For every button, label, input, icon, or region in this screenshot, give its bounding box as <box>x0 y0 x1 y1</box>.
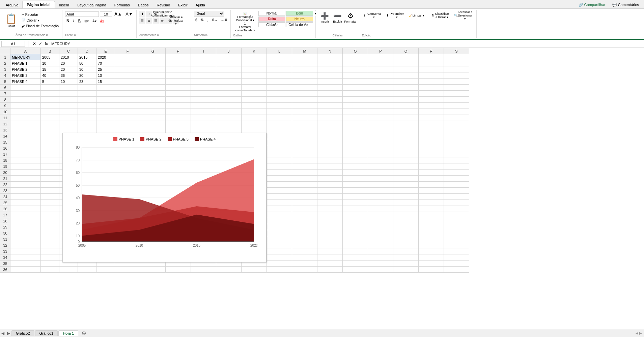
cell-O11[interactable] <box>343 115 368 121</box>
cell-F2[interactable] <box>115 60 140 66</box>
cell-L31[interactable] <box>267 236 292 242</box>
cell-E5[interactable]: 15 <box>96 79 115 85</box>
align-center-button[interactable]: ≡ <box>146 18 152 24</box>
cell-K9[interactable] <box>242 103 267 109</box>
cell-J2[interactable] <box>216 60 242 66</box>
cell-Q4[interactable] <box>393 72 419 79</box>
cell-C2[interactable]: 20 <box>59 60 78 66</box>
cell-J13[interactable] <box>216 127 242 133</box>
row-header-5[interactable]: 5 <box>0 79 10 85</box>
cell-A21[interactable] <box>10 176 41 182</box>
cell-L22[interactable] <box>267 182 292 188</box>
cell-J1[interactable] <box>216 54 242 60</box>
find-select-button[interactable]: 🔍 Localizar e Selecionar ▾ <box>452 11 474 20</box>
cell-M28[interactable] <box>292 218 317 224</box>
cell-B14[interactable] <box>41 133 59 139</box>
cell-J10[interactable] <box>216 109 242 115</box>
cell-M24[interactable] <box>292 194 317 200</box>
cell-F1[interactable] <box>115 54 140 60</box>
cell-R16[interactable] <box>419 145 444 151</box>
cell-K10[interactable] <box>242 109 267 115</box>
cell-L27[interactable] <box>267 212 292 218</box>
cell-P14[interactable] <box>368 133 393 139</box>
cell-P17[interactable] <box>368 151 393 157</box>
clear-button[interactable]: 🧹 Limpar ▾ <box>407 11 429 20</box>
scroll-left-icon[interactable]: ◀ <box>0 331 6 336</box>
row-header-14[interactable]: 14 <box>0 133 10 139</box>
cell-B21[interactable] <box>41 176 59 182</box>
cell-N10[interactable] <box>317 109 343 115</box>
scroll-right-icon[interactable]: ▶ <box>6 331 11 336</box>
cell-Q10[interactable] <box>393 109 419 115</box>
cell-P30[interactable] <box>368 230 393 236</box>
row-header-35[interactable]: 35 <box>0 261 10 267</box>
cell-D5[interactable]: 23 <box>78 79 96 85</box>
cell-F12[interactable] <box>115 121 140 127</box>
cell-L16[interactable] <box>267 145 292 151</box>
cell-Q11[interactable] <box>393 115 419 121</box>
tab-arquivo[interactable]: Arquivo <box>2 2 22 8</box>
cell-A33[interactable] <box>10 248 41 254</box>
cell-O6[interactable] <box>343 85 368 91</box>
cell-H3[interactable] <box>166 66 191 72</box>
cell-O7[interactable] <box>343 91 368 97</box>
cell-H36[interactable] <box>166 267 191 273</box>
cell-G9[interactable] <box>140 103 166 109</box>
row-header-1[interactable]: 1 <box>0 54 10 60</box>
cell-B33[interactable] <box>41 248 59 254</box>
cell-A17[interactable] <box>10 151 41 157</box>
cell-B32[interactable] <box>41 242 59 248</box>
cell-I9[interactable] <box>191 103 216 109</box>
cell-H4[interactable] <box>166 72 191 79</box>
cell-P8[interactable] <box>368 97 393 103</box>
col-I[interactable]: I <box>191 48 216 54</box>
cell-P28[interactable] <box>368 218 393 224</box>
cell-H10[interactable] <box>166 109 191 115</box>
cell-R20[interactable] <box>419 170 444 176</box>
cell-S12[interactable] <box>444 121 469 127</box>
cell-A13[interactable] <box>10 127 41 133</box>
col-H[interactable]: H <box>166 48 191 54</box>
cell-E4[interactable]: 10 <box>96 72 115 79</box>
cell-S20[interactable] <box>444 170 469 176</box>
cell-Q35[interactable] <box>393 261 419 267</box>
share-button[interactable]: 🔗 Compartilhar <box>575 1 609 8</box>
cell-Q18[interactable] <box>393 157 419 163</box>
cell-Q21[interactable] <box>393 176 419 182</box>
cell-S26[interactable] <box>444 206 469 212</box>
cell-Q28[interactable] <box>393 218 419 224</box>
cell-B10[interactable] <box>41 109 59 115</box>
cell-J7[interactable] <box>216 91 242 97</box>
cell-O1[interactable] <box>343 54 368 60</box>
cell-Q13[interactable] <box>393 127 419 133</box>
cell-M6[interactable] <box>292 85 317 91</box>
cell-A22[interactable] <box>10 182 41 188</box>
cell-N32[interactable] <box>317 242 343 248</box>
cell-I8[interactable] <box>191 97 216 103</box>
cell-A2[interactable]: PHASE 1 <box>10 60 41 66</box>
cell-O4[interactable] <box>343 72 368 79</box>
cell-A8[interactable] <box>10 97 41 103</box>
cell-A34[interactable] <box>10 254 41 261</box>
cell-C4[interactable]: 36 <box>59 72 78 79</box>
row-header-32[interactable]: 32 <box>0 242 10 248</box>
cell-O19[interactable] <box>343 163 368 170</box>
cell-M26[interactable] <box>292 206 317 212</box>
cell-R10[interactable] <box>419 109 444 115</box>
cell-S29[interactable] <box>444 224 469 230</box>
cell-Q3[interactable] <box>393 66 419 72</box>
cell-A27[interactable] <box>10 212 41 218</box>
cell-M8[interactable] <box>292 97 317 103</box>
cell-P4[interactable] <box>368 72 393 79</box>
cell-R29[interactable] <box>419 224 444 230</box>
cell-K7[interactable] <box>242 91 267 97</box>
cell-S8[interactable] <box>444 97 469 103</box>
cell-M29[interactable] <box>292 224 317 230</box>
cell-P26[interactable] <box>368 206 393 212</box>
cell-M19[interactable] <box>292 163 317 170</box>
row-header-6[interactable]: 6 <box>0 85 10 91</box>
cell-Q34[interactable] <box>393 254 419 261</box>
neutro-style[interactable]: Neutro <box>286 17 313 22</box>
cell-M33[interactable] <box>292 248 317 254</box>
cell-J6[interactable] <box>216 85 242 91</box>
